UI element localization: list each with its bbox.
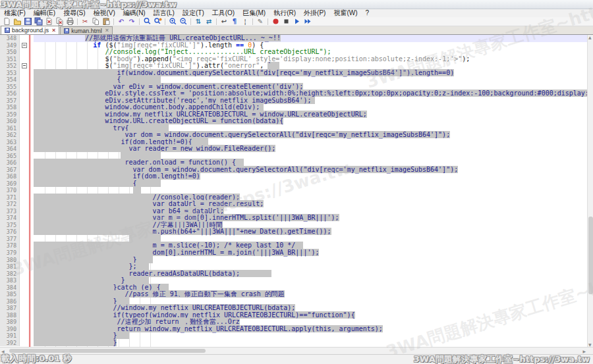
- toolbar-separator: [252, 18, 253, 25]
- menu-item-12[interactable]: ?: [362, 9, 374, 17]
- code-segment-nav: if(window.document.querySelectorAll("div…: [34, 69, 454, 76]
- paste-icon[interactable]: [101, 17, 111, 26]
- line-number: 382: [0, 271, 20, 278]
- line-number: 369: [0, 180, 20, 188]
- close-file-icon[interactable]: [44, 17, 53, 26]
- fold-margin: [20, 187, 34, 194]
- code-segment-nav: }: [34, 298, 129, 305]
- fold-collapse-marker[interactable]: [22, 43, 27, 48]
- menu-item-11[interactable]: 視窗(W): [329, 9, 361, 17]
- redo-icon[interactable]: ↷: [127, 17, 136, 26]
- copy-icon[interactable]: [91, 17, 100, 26]
- fold-margin: [20, 49, 34, 56]
- line-number: 365: [0, 153, 20, 160]
- fold-margin: [20, 97, 34, 105]
- tab-close-icon[interactable]: ×: [105, 28, 109, 34]
- new-file-icon[interactable]: [2, 17, 11, 26]
- code-segment-pln: $(: [105, 62, 113, 69]
- scroll-right-arrow[interactable]: ▶: [582, 349, 586, 353]
- cut-icon[interactable]: ✂: [80, 17, 90, 26]
- line-number: 377: [0, 236, 20, 243]
- tab-kuman.html[interactable]: kuman.html×: [60, 26, 113, 34]
- code-segment-kw: ==: [236, 41, 244, 49]
- fold-margin: [20, 173, 34, 180]
- line-number: 354: [0, 76, 20, 84]
- code-text: };: [34, 263, 587, 271]
- code-segment-nav: m = m.slice(-10); /* keep last 10 */: [34, 242, 303, 249]
- code-segment-pln: ($(: [101, 41, 117, 49]
- indent-guide-icon[interactable]: ¦: [240, 17, 250, 26]
- code-segment-str: "onerror": [224, 62, 260, 69]
- toolbar-separator: [113, 18, 114, 25]
- file-icon: [5, 28, 10, 33]
- show-all-characters-icon[interactable]: ¶: [230, 17, 239, 26]
- code-segment-nav: return window.my_netflix_URLCREATEOBJECT…: [34, 325, 383, 332]
- scroll-up-arrow[interactable]: ▲: [588, 35, 592, 39]
- code-segment-nav: try{: [34, 124, 169, 132]
- editor-surface[interactable]: 348 //那就用這個方法重新註冊 URL.createObjectURL...…: [0, 35, 587, 347]
- code-segment-nav: //console.log(reader);: [34, 194, 240, 201]
- tab-background.js[interactable]: background.js×: [1, 26, 59, 34]
- line-number: 380: [0, 257, 20, 264]
- close-all-icon[interactable]: [55, 17, 64, 26]
- vertical-scroll-thumb[interactable]: [588, 217, 593, 294]
- save-file-icon[interactable]: [23, 17, 32, 26]
- macro-stop-icon[interactable]: [281, 17, 291, 26]
- menu-item-10[interactable]: 外掛(P): [300, 9, 329, 17]
- line-number: 360: [0, 118, 20, 125]
- code-segment-str: "img[reqc='fixCURL']": [113, 62, 196, 69]
- undo-icon[interactable]: ↶: [117, 17, 126, 26]
- code-segment-nav: if(dom.length!=0){: [34, 138, 208, 145]
- code-segment-str: "img[reqc='fixCURL']": [117, 41, 200, 49]
- macro-play-icon[interactable]: [292, 17, 301, 26]
- zoom-out-icon[interactable]: [179, 17, 188, 26]
- word-wrap-icon[interactable]: ↩: [219, 17, 229, 26]
- fold-margin: [20, 298, 34, 305]
- line-number: 373: [0, 208, 20, 215]
- fold-margin: [20, 167, 34, 174]
- zoom-in-icon[interactable]: [168, 17, 177, 26]
- toolbar-separator: [77, 18, 78, 25]
- code-text: }: [34, 340, 587, 347]
- code-segment-pln: $(: [105, 55, 113, 63]
- fold-margin: [20, 76, 34, 84]
- line-number: 391: [0, 332, 20, 340]
- code-segment-nav: var dom = window.document.querySelectorA…: [34, 166, 458, 173]
- print-icon[interactable]: [65, 17, 74, 26]
- fold-margin: [20, 257, 34, 264]
- line-number: 387: [0, 305, 20, 312]
- sync-horizontal-scroll-icon[interactable]: ⇄: [204, 17, 213, 26]
- macro-run-multiple-icon[interactable]: [302, 17, 312, 26]
- scroll-down-arrow[interactable]: ▼: [588, 342, 592, 347]
- code-segment-nav: reader.readAsDataURL(bdata);: [34, 270, 271, 277]
- macro-record-icon[interactable]: [271, 17, 280, 26]
- menu-item-9[interactable]: 執行(R): [269, 9, 300, 17]
- sync-vertical-scroll-icon[interactable]: ⇅: [194, 17, 203, 26]
- line-number: 353: [0, 70, 20, 77]
- user-defined-dialog-icon[interactable]: ✎: [256, 17, 265, 26]
- tab-bar: background.js×kuman.html×: [0, 26, 593, 35]
- save-all-icon[interactable]: [34, 17, 43, 26]
- line-number: 374: [0, 215, 20, 222]
- vertical-scrollbar[interactable]: ▲ ▼: [587, 35, 593, 347]
- tab-close-icon[interactable]: ×: [52, 28, 55, 34]
- fold-margin: [20, 35, 34, 42]
- line-number: 358: [0, 104, 20, 111]
- replace-icon[interactable]: [153, 17, 162, 26]
- fold-margin: [20, 305, 34, 312]
- code-segment-nav: if(typeof(window.my_netflix_URLCREATEOBJ…: [34, 311, 355, 319]
- menu-item-8[interactable]: 巨集(M): [239, 9, 269, 17]
- line-number: 359: [0, 111, 20, 118]
- toolbar-separator: [190, 18, 191, 25]
- menu-item-6[interactable]: 設定(T): [179, 9, 208, 17]
- fold-collapse-marker[interactable]: [22, 63, 27, 68]
- find-icon[interactable]: [142, 17, 152, 26]
- code-segment-str: "body": [113, 55, 136, 63]
- menu-item-7[interactable]: 工具(O): [208, 9, 239, 17]
- open-file-icon[interactable]: [13, 17, 22, 26]
- line-number: 351: [0, 56, 20, 63]
- code-segment-nav: var b64 = dataUrl;: [34, 207, 224, 215]
- line-number: 385: [0, 291, 20, 298]
- fold-margin: [20, 104, 34, 111]
- fold-margin: [20, 222, 34, 229]
